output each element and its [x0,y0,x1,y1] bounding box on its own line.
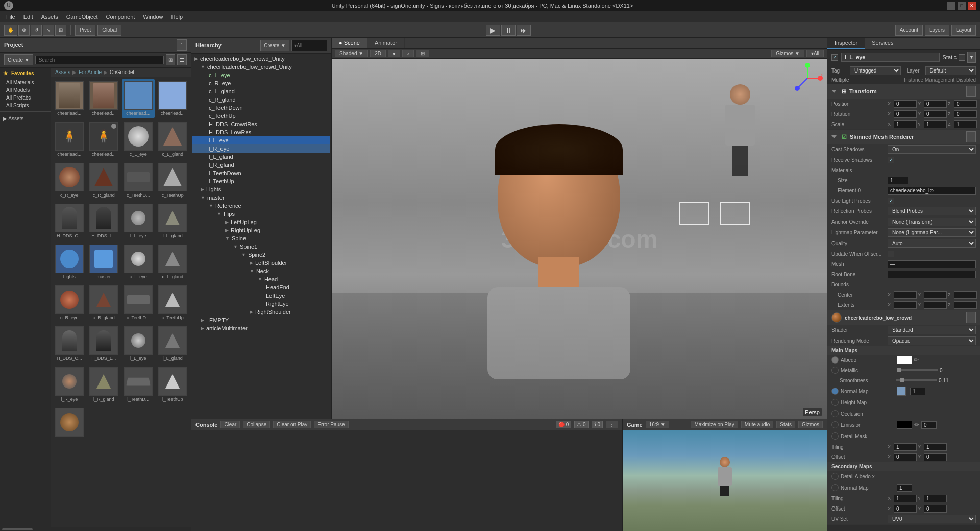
normal-map-radio[interactable] [831,388,839,395]
rotate-tool[interactable]: ↺ [31,25,42,36]
receive-shadows-checkbox[interactable] [888,157,894,163]
sec-normal-map-radio[interactable] [831,484,839,491]
offset-x-input[interactable] [894,453,917,461]
asset-ll-gland[interactable]: l_L_gland [157,202,189,240]
asset-cheerlead-5[interactable]: 🧍 cheerlead... [53,120,86,159]
asset-hdds-c[interactable]: H_DDS_C... [53,202,86,240]
account-button[interactable]: Account [895,25,923,36]
rotation-x-input[interactable]: 0 [894,110,917,118]
transform-header[interactable]: ⊞ Transform ⋮ [827,84,980,99]
reflection-probes-dropdown[interactable]: Blend Probes [888,207,976,215]
update-offscreen-checkbox[interactable] [888,251,894,257]
position-y-input[interactable]: 0 [924,100,947,108]
menu-help[interactable]: Help [167,13,187,21]
asset-cheerlead-3-blue[interactable]: cheerlead... [122,79,155,118]
asset-ll-gland2[interactable]: l_L_gland [157,324,189,363]
tree-item-lteethu[interactable]: l_TeethUp [192,177,330,185]
object-active-checkbox[interactable] [831,54,838,61]
mute-audio-button[interactable]: Mute audio [741,421,773,428]
static-dropdown[interactable]: ▼ [967,52,976,63]
asset-ll-eye[interactable]: l_L_eye [122,202,155,240]
extents-z-input[interactable] [954,301,977,309]
static-checkbox[interactable] [959,54,965,61]
smoothness-slider[interactable] [896,379,937,381]
asset-cl-eye2[interactable]: c_L_eye [122,243,155,281]
all-materials-item[interactable]: All Materials [0,79,51,86]
metallic-radio[interactable] [831,367,839,374]
create-button[interactable]: Create ▼ [4,54,33,65]
project-scrollbar[interactable] [2,528,33,530]
menu-component[interactable]: Component [102,13,139,21]
project-options-button[interactable]: ⋮ [177,39,187,51]
stats-button[interactable]: Stats [776,421,795,428]
menu-assets[interactable]: Assets [37,13,62,21]
height-map-radio[interactable] [831,399,839,406]
tag-dropdown[interactable]: Untagged [850,66,901,75]
element0-input[interactable] [888,187,976,195]
lightmap-param-dropdown[interactable]: None (Lightmap Par... [888,228,976,237]
tree-item-spine1[interactable]: ▼Spine1 [192,243,330,251]
console-clear-button[interactable]: Clear [220,421,240,428]
tree-item-ll-eye[interactable]: l_L_eye [192,136,330,144]
asset-ll-eye2[interactable]: l_L_eye [122,324,155,363]
breadcrumb-forarticle[interactable]: For Article [79,69,102,75]
tree-item-hddslr[interactable]: H_DDS_LowRes [192,128,330,136]
uv-set-dropdown[interactable]: UV0 [888,515,976,523]
sec-offset-x-input[interactable] [894,505,917,513]
asset-cheerlead-1[interactable]: cheerlead... [53,79,86,118]
game-gizmos-button[interactable]: Gizmos [798,421,823,428]
tree-item-leftupleg[interactable]: ▶LeftUpLeg [192,218,330,226]
tree-item-cr-eye[interactable]: c_R_eye [192,79,330,87]
tab-inspector[interactable]: Inspector [827,38,865,49]
asset-lr-eye[interactable]: Lights [53,243,86,281]
asset-hdds-c2[interactable]: H_DDS_C... [53,324,86,363]
normal-map-value-input[interactable] [910,388,925,395]
albedo-color-swatch[interactable] [897,356,912,364]
extents-y-input[interactable] [924,301,947,309]
console-clear-on-play-button[interactable]: Clear on Play [273,421,311,428]
asset-ltu2[interactable]: l_TeethUp [157,365,189,404]
breadcrumb-chgmodel[interactable]: ChGmodel [110,69,134,75]
menu-gameobject[interactable]: GameObject [62,13,102,21]
position-x-input[interactable]: 0 [894,100,917,108]
asset-cl-gland2[interactable]: c_L_gland [157,243,189,281]
shader-dropdown[interactable]: Standard [888,326,976,334]
rotation-y-input[interactable]: 0 [924,110,947,118]
layer-dropdown[interactable]: Default [925,66,976,75]
hierarchy-search-input[interactable] [291,40,327,51]
step-button[interactable]: ⏭ [517,25,531,36]
scale-tool[interactable]: ⤡ [43,25,54,36]
asset-lr-eye2[interactable]: l_R_eye [53,365,86,404]
scale-y-input[interactable]: 1 [924,120,947,128]
image-effects-button[interactable]: ⊞ [416,50,429,57]
tree-item-lights[interactable]: ▶Lights [192,185,330,194]
game-ratio-button[interactable]: 16:9 ▼ [646,421,669,428]
lights-button[interactable]: ● [388,50,400,57]
scene-gizmo[interactable]: X Y Z [792,63,823,93]
rendering-mode-dropdown[interactable]: Opaque [888,336,976,345]
asset-hdds-l2[interactable]: H_DDS_L... [88,324,120,363]
tree-item-lefteye[interactable]: LeftEye [192,292,330,300]
shaded-button[interactable]: Shaded ▼ [335,50,368,57]
tree-item-cteethdown[interactable]: c_TeethDown [192,104,330,112]
asset-hdds-l[interactable]: H_DDS_L... [88,202,120,240]
anchor-override-dropdown[interactable]: None (Transform) [888,218,976,226]
detail-mask-radio[interactable] [831,432,839,440]
tree-item-neck[interactable]: ▼Neck [192,267,330,275]
tree-item-cheerleaderebo1[interactable]: ▶cheerleaderebo_low_crowd_Unity [192,55,330,63]
tree-item-articlemultimater[interactable]: ▶articleMultimater [192,324,330,332]
emission-color-swatch[interactable] [897,421,912,429]
layers-button[interactable]: Layers [925,25,949,36]
all-button[interactable]: ▾All [806,50,824,57]
menu-file[interactable]: File [2,13,19,21]
transform-options-button[interactable]: ⋮ [966,86,976,97]
tree-item-ll-gland[interactable]: l_L_gland [192,153,330,161]
tree-item-cl-eye[interactable]: c_L_eye [192,71,330,79]
global-button[interactable]: Global [97,25,121,36]
asset-bottom-1[interactable] [53,406,86,440]
all-models-item[interactable]: All Models [0,86,51,94]
albedo-picker-button[interactable]: ✏ [914,356,919,364]
tree-item-righteye[interactable]: RightEye [192,300,330,308]
tiling-y-input[interactable] [924,443,947,451]
normal-map-swatch[interactable] [897,387,906,396]
